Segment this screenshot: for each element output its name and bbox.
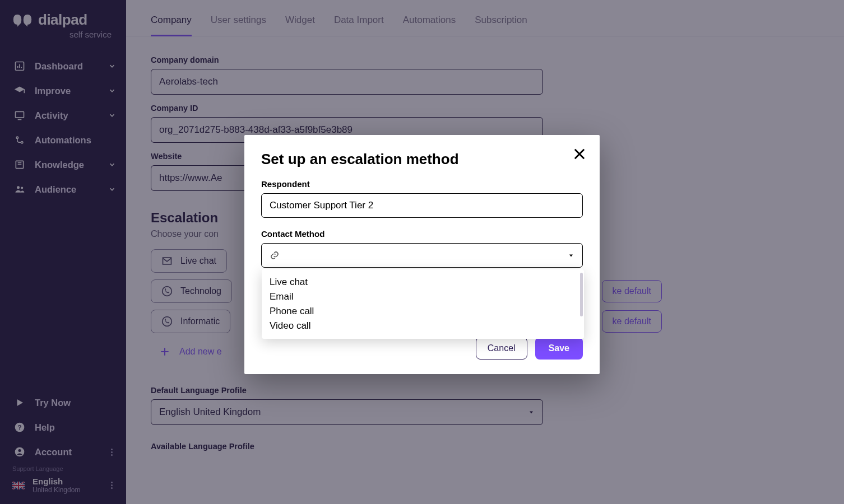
caret-down-icon <box>568 252 574 259</box>
dropdown-option[interactable]: Email <box>262 290 584 304</box>
modal-overlay: Set up an escalation method Respondent C… <box>0 0 844 504</box>
contact-method-dropdown: Live chat Email Phone call Video call <box>262 269 584 339</box>
close-button[interactable] <box>572 146 587 162</box>
contact-method-label: Contact Method <box>261 229 583 239</box>
respondent-label: Respondent <box>261 179 583 189</box>
link-icon <box>270 250 280 260</box>
cancel-button[interactable]: Cancel <box>476 337 527 360</box>
modal-title: Set up an escalation method <box>261 151 583 168</box>
escalation-modal: Set up an escalation method Respondent C… <box>244 135 600 374</box>
dropdown-option[interactable]: Phone call <box>262 304 584 319</box>
dropdown-option[interactable]: Video call <box>262 319 584 333</box>
contact-method-select[interactable]: Live chat Email Phone call Video call <box>261 243 583 268</box>
save-button[interactable]: Save <box>535 337 583 360</box>
respondent-input[interactable] <box>261 193 583 218</box>
dropdown-option[interactable]: Live chat <box>262 275 584 290</box>
scrollbar[interactable] <box>580 273 583 316</box>
